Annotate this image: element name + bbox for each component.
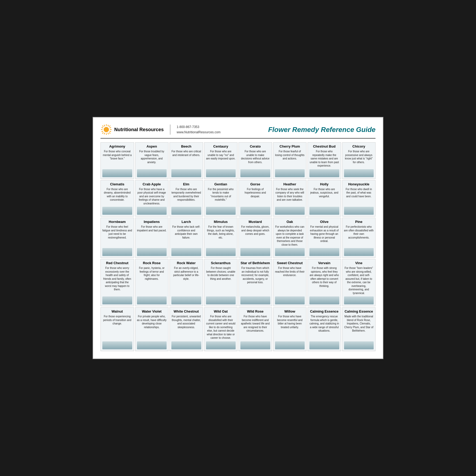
remedy-name: Larch [171, 220, 201, 224]
remedy-name: Sweet Chestnut [275, 261, 305, 265]
remedy-cell: HeatherFor those who seek the company of… [273, 180, 307, 217]
svg-line-13 [102, 127, 103, 128]
remedy-desc: For those who lack self-confidence and a… [171, 225, 201, 246]
remedy-image [344, 296, 374, 304]
remedy-desc: For those "born leaders" who are strong-… [344, 266, 374, 295]
remedy-image [309, 207, 339, 215]
remedy-image [171, 248, 201, 256]
remedy-image [344, 341, 374, 349]
remedy-cell: MustardFor melancholia, gloom, and deep … [239, 218, 272, 258]
remedy-name: Scleranthus [206, 261, 236, 265]
remedy-cell: AgrimonyFor those who conceal mental ang… [100, 142, 134, 179]
remedy-name: White Chestnut [171, 309, 201, 313]
remedy-image [275, 248, 305, 256]
remedy-name: Centaury [206, 144, 236, 148]
remedy-name: Gorse [240, 182, 270, 186]
remedy-desc: For those who feel fatigue and tiredness… [102, 225, 132, 246]
remedy-image [309, 169, 339, 177]
remedy-cell: VineFor those "born leaders" who are str… [342, 259, 376, 306]
remedy-image [137, 248, 167, 256]
remedy-cell: GentianFor the pessimist who tends to ma… [204, 180, 238, 217]
remedy-name: Olive [309, 220, 339, 224]
remedy-cell: Water VioletFor private people who, as a… [135, 307, 169, 351]
website: www.NutritionalResources.com [177, 130, 221, 135]
remedy-desc: For those who conceal mental anguish beh… [102, 150, 132, 168]
remedy-cell: ScleranthusFor those caught between choi… [204, 259, 238, 306]
remedy-cell: Calming EssenceMade with the traditional… [342, 307, 376, 351]
svg-line-6 [109, 132, 110, 134]
remedy-cell: Sweet ChestnutFor those who have reached… [273, 259, 307, 306]
logo-text: Nutritional Resources [114, 127, 164, 132]
remedy-image [171, 296, 201, 304]
remedy-cell: HollyFor those who are jealous, suspicio… [308, 180, 341, 217]
remedy-cell: ClematisFor those who are dreamy, absent… [100, 180, 134, 217]
remedy-image [275, 169, 305, 177]
remedy-desc: Made with the traditional blend of Rock … [344, 315, 374, 340]
remedy-image [309, 341, 339, 349]
remedy-image [171, 169, 201, 177]
remedy-image [275, 207, 305, 215]
remedy-desc: For those who are unable to say "no" and… [206, 150, 236, 168]
remedy-name: Aspen [137, 144, 167, 148]
remedy-image [206, 248, 236, 256]
remedy-cell: ChicoryFor those who are possessive and … [342, 142, 376, 179]
remedy-image [240, 341, 270, 349]
header-divider [170, 125, 170, 135]
remedy-name: Hornbeam [102, 220, 132, 224]
remedy-cell: PineFor perfectionists who are often dis… [342, 218, 376, 258]
remedy-image [171, 207, 201, 215]
remedy-desc: For those who seek the company of any wh… [275, 187, 305, 205]
remedy-desc: For those caught between choices; unable… [206, 266, 236, 295]
remedy-cell: Rock RoseFor panic, hysteria, or feeling… [135, 259, 169, 306]
page-container: Nutritional Resources 1-800-867-7353 www… [93, 117, 383, 359]
remedy-cell: White ChestnutFor persistent, unwanted t… [170, 307, 203, 351]
remedy-cell: Calming EssenceThe emergency rescue form… [308, 307, 341, 351]
svg-line-15 [104, 133, 105, 134]
remedy-image [206, 296, 236, 304]
remedy-desc: For mental and physical exhaustion as a … [309, 225, 339, 246]
remedy-name: Impatiens [137, 220, 167, 224]
remedy-cell: BeechFor those who are critical and into… [170, 142, 203, 179]
remedy-desc: For an overly-ridged, strict adherence t… [171, 266, 201, 295]
remedy-desc: For melancholia, gloom, and deep despair… [240, 225, 270, 246]
remedy-image [102, 296, 132, 304]
remedy-name: Star of Bethlehem [240, 261, 270, 265]
remedy-name: Willow [275, 309, 305, 313]
remedy-name: Clematis [102, 182, 132, 186]
remedy-cell: VervainFor those with strong opinions, w… [308, 259, 341, 306]
remedy-cell: OliveFor mental and physical exhaustion … [308, 218, 341, 258]
remedy-desc: For traumas from which an individual is … [240, 266, 270, 295]
remedy-desc: For feelings of hopelessness and despair… [240, 187, 270, 205]
remedy-desc: For those who are dreamy, absentminded w… [102, 187, 132, 205]
remedy-cell: Rock WaterFor an overly-ridged, strict a… [170, 259, 203, 306]
remedy-name: Calming Essence [309, 309, 339, 313]
remedy-cell: HoneysuckleFor those who dwell in the pa… [342, 180, 376, 217]
remedy-name: Chicory [344, 144, 374, 148]
remedy-name: Gentian [206, 182, 236, 186]
remedy-name: Mustard [240, 220, 270, 224]
remedy-image [240, 169, 270, 177]
remedy-desc: For those who have reached the limits of… [275, 266, 305, 295]
remedy-name: Pine [344, 220, 374, 224]
remedy-cell: WillowFor those who have become resentfu… [273, 307, 307, 351]
remedy-cell: Wild RoseFor those who have become indif… [239, 307, 272, 351]
remedy-name: Beech [171, 144, 201, 148]
remedy-desc: For those who are temporarily overwhelme… [171, 187, 201, 205]
remedy-desc: For those fearful of losing control of t… [275, 150, 305, 168]
remedy-name: Vervain [309, 261, 339, 265]
remedy-desc: For those who are unable to make decisio… [240, 150, 270, 168]
remedy-cell: ElmFor those who are temporarily overwhe… [170, 180, 203, 217]
remedy-image [344, 248, 374, 256]
remedy-cell: Red ChestnutFor those who worry excessiv… [100, 259, 134, 306]
remedy-name: Cerato [240, 144, 270, 148]
contact-info: 1-800-867-7353 www.NutritionalResources.… [177, 124, 221, 135]
svg-point-0 [104, 127, 109, 132]
remedy-image [344, 169, 374, 177]
remedy-image [240, 207, 270, 215]
svg-line-11 [102, 131, 103, 132]
remedy-image [206, 341, 236, 349]
svg-line-7 [109, 126, 110, 127]
remedy-name: Chestnut Bud [309, 144, 339, 148]
remedy-desc: For workaholics who can always be depend… [275, 225, 305, 246]
remedy-image [137, 169, 167, 177]
